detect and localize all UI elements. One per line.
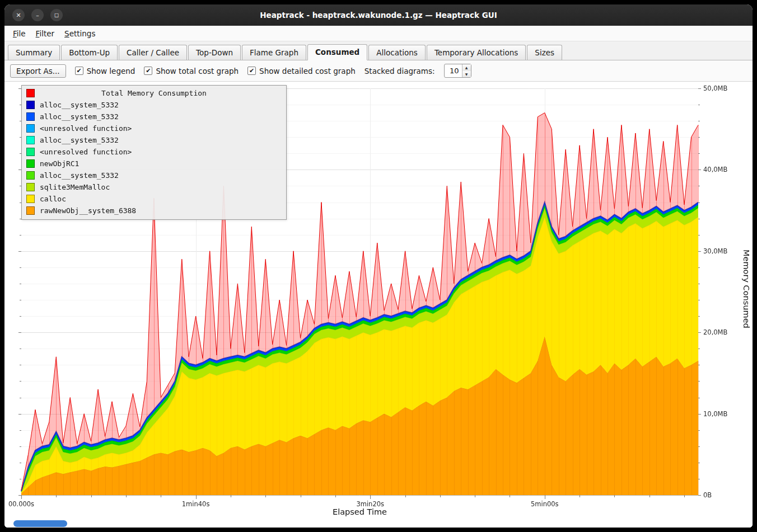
legend-item-label: alloc__system_5332	[40, 101, 119, 109]
checkbox-box[interactable]: ✔	[247, 67, 256, 75]
legend-item-label: <unresolved function>	[40, 148, 132, 156]
stepper-value[interactable]: 10	[445, 64, 462, 77]
legend-swatch	[26, 101, 35, 109]
stepper-arrows: ▲ ▼	[462, 64, 471, 77]
legend-item: newObjRC1	[22, 158, 286, 170]
tab-caller-callee[interactable]: Caller / Callee	[119, 45, 187, 60]
legend-swatch	[26, 112, 35, 121]
legend-item: rawNewObj__system_6388	[22, 205, 286, 216]
horizontal-scrollbar	[4, 520, 753, 528]
x-axis-title: Elapsed Time	[21, 507, 698, 516]
menubar: FileFilterSettings	[4, 26, 753, 41]
legend-item-label: alloc__system_5332	[40, 136, 119, 144]
tab-temporary-allocations[interactable]: Temporary Allocations	[427, 45, 526, 60]
legend-item-label: alloc__system_5332	[40, 112, 119, 121]
scrollbar-thumb[interactable]	[13, 520, 67, 527]
spin-up-icon[interactable]: ▲	[462, 64, 471, 71]
window-title: Heaptrack - heaptrack.wakunode.1.gz — He…	[4, 11, 753, 20]
y-axis-title: Memory Consumed	[742, 249, 751, 328]
chart-area: Total Memory Consumption alloc__system_5…	[4, 82, 753, 528]
spin-down-icon[interactable]: ▼	[462, 71, 471, 78]
legend-swatch	[26, 206, 35, 215]
toolbar: Export As... ✔Show legend✔Show total cos…	[4, 60, 753, 82]
legend-item-label: calloc	[40, 195, 66, 203]
minimize-icon[interactable]: –	[31, 9, 44, 21]
tab-bottom-up[interactable]: Bottom-Up	[61, 45, 118, 60]
legend-item: sqlite3MemMalloc	[22, 181, 286, 193]
legend-swatch	[26, 136, 35, 144]
legend-title-swatch	[26, 89, 35, 97]
legend-item: <unresolved function>	[22, 146, 286, 158]
titlebar: ✕ – ◻ Heaptrack - heaptrack.wakunode.1.g…	[4, 4, 753, 26]
legend-item-label: newObjRC1	[40, 159, 79, 168]
tab-top-down[interactable]: Top-Down	[188, 45, 241, 60]
legend-item: alloc__system_5332	[22, 170, 286, 181]
legend-item: <unresolved function>	[22, 123, 286, 134]
legend-item-label: rawNewObj__system_6388	[40, 206, 136, 215]
checkbox-box[interactable]: ✔	[75, 67, 83, 75]
menu-filter[interactable]: Filter	[31, 27, 59, 40]
menu-settings[interactable]: Settings	[59, 27, 100, 40]
export-as-button[interactable]: Export As...	[10, 64, 66, 78]
legend-title-row: Total Memory Consumption	[22, 87, 286, 99]
tab-allocations[interactable]: Allocations	[368, 45, 426, 60]
maximize-icon[interactable]: ◻	[50, 9, 63, 21]
checkbox-group: ✔Show legend✔Show total cost graph✔Show …	[75, 67, 356, 76]
legend-swatch	[26, 159, 35, 168]
checkbox-show-legend[interactable]: ✔Show legend	[75, 67, 135, 76]
stacked-diagrams-label: Stacked diagrams:	[365, 67, 435, 76]
legend-item: alloc__system_5332	[22, 111, 286, 123]
legend-title: Total Memory Consumption	[22, 89, 286, 97]
legend-item-label: <unresolved function>	[40, 124, 132, 133]
legend-item-label: alloc__system_5332	[40, 171, 119, 180]
legend-item: alloc__system_5332	[22, 134, 286, 146]
menu-file[interactable]: File	[8, 27, 31, 40]
legend-swatch	[26, 171, 35, 180]
legend-swatch	[26, 124, 35, 133]
legend-item: calloc	[22, 193, 286, 205]
checkbox-label: Show total cost graph	[156, 67, 239, 76]
legend-swatch	[26, 183, 35, 191]
tab-sizes[interactable]: Sizes	[527, 45, 562, 60]
legend-swatch	[26, 195, 35, 203]
legend-items: alloc__system_5332alloc__system_5332<unr…	[22, 99, 286, 216]
legend-item: alloc__system_5332	[22, 99, 286, 111]
chart-legend: Total Memory Consumption alloc__system_5…	[21, 85, 287, 220]
checkbox-label: Show legend	[87, 67, 135, 76]
window-controls: ✕ – ◻	[12, 9, 63, 21]
checkbox-show-detailed-cost-graph[interactable]: ✔Show detailed cost graph	[247, 67, 356, 76]
close-icon[interactable]: ✕	[12, 9, 25, 21]
app-window: ✕ – ◻ Heaptrack - heaptrack.wakunode.1.g…	[4, 4, 753, 528]
checkbox-show-total-cost-graph[interactable]: ✔Show total cost graph	[144, 67, 239, 76]
checkbox-label: Show detailed cost graph	[259, 67, 356, 76]
legend-swatch	[26, 148, 35, 156]
legend-item-label: sqlite3MemMalloc	[40, 183, 110, 191]
checkbox-box[interactable]: ✔	[144, 67, 152, 75]
tab-summary[interactable]: Summary	[8, 45, 60, 60]
tab-flame-graph[interactable]: Flame Graph	[242, 45, 306, 60]
tabbar: SummaryBottom-UpCaller / CalleeTop-DownF…	[4, 41, 753, 60]
stacked-diagrams-stepper[interactable]: 10 ▲ ▼	[444, 64, 471, 78]
tab-consumed[interactable]: Consumed	[307, 44, 367, 60]
